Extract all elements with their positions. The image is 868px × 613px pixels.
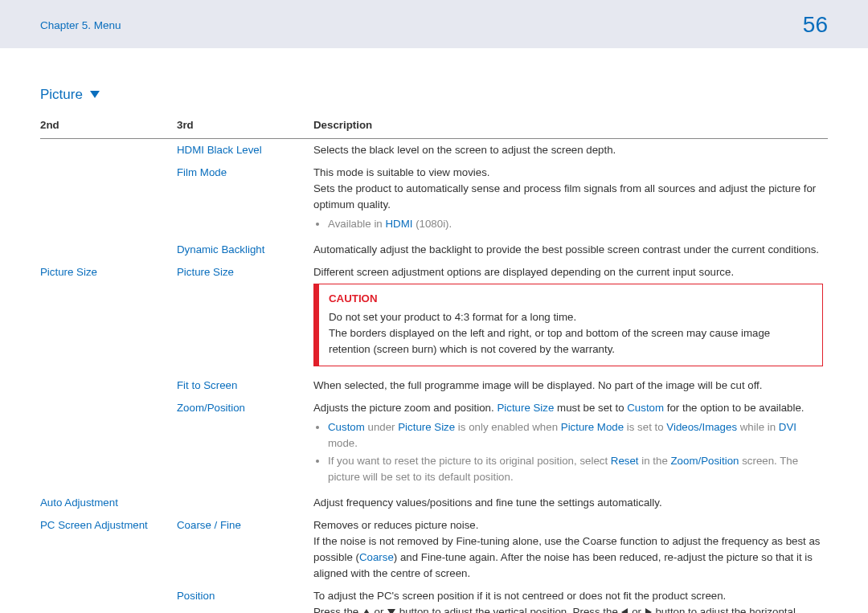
- desc-auto-adjustment: Adjust frequency values/positions and fi…: [313, 492, 828, 514]
- col-description: Description: [313, 114, 828, 138]
- menu-hdmi-black-level[interactable]: HDMI Black Level: [177, 138, 313, 161]
- chevron-down-icon: [90, 91, 100, 98]
- desc-coarse-fine: Removes or reduces picture noise. If the…: [313, 514, 828, 585]
- arrow-down-icon: [387, 609, 395, 613]
- menu-fit-to-screen[interactable]: Fit to Screen: [177, 374, 313, 397]
- desc-hdmi-black-level: Selects the black level on the screen to…: [313, 138, 828, 161]
- menu-position[interactable]: Position: [177, 585, 313, 613]
- menu-auto-adjustment[interactable]: Auto Adjustment: [40, 492, 177, 514]
- row-auto-adjustment: Auto Adjustment Adjust frequency values/…: [40, 492, 828, 514]
- table-header-row: 2nd 3rd Description: [40, 114, 828, 138]
- col-3rd: 3rd: [177, 114, 313, 138]
- caution-box: CAUTION Do not set your product to 4:3 f…: [313, 284, 823, 367]
- arrow-up-icon: [362, 609, 371, 613]
- row-fit-to-screen: Fit to Screen When selected, the full pr…: [40, 374, 828, 397]
- page-header: Chapter 5. Menu 56: [0, 0, 868, 48]
- caution-title: CAUTION: [329, 291, 813, 307]
- row-hdmi-black-level: HDMI Black Level Selects the black level…: [40, 138, 828, 161]
- col-2nd: 2nd: [40, 114, 177, 138]
- menu-table: 2nd 3rd Description HDMI Black Level Sel…: [40, 114, 828, 613]
- caution-line-1: Do not set your product to 4:3 format fo…: [329, 309, 813, 325]
- section-title-picture[interactable]: Picture: [40, 87, 828, 103]
- arrow-right-icon: [645, 608, 652, 613]
- desc-zoom-position: Adjusts the picture zoom and position. P…: [313, 397, 828, 492]
- desc-dynamic-backlight: Automatically adjust the backlight to pr…: [313, 239, 828, 261]
- menu-film-mode[interactable]: Film Mode: [177, 161, 313, 239]
- note-zoom-1: Custom under Picture Size is only enable…: [328, 419, 823, 452]
- menu-zoom-position[interactable]: Zoom/Position: [177, 397, 313, 492]
- menu-dynamic-backlight[interactable]: Dynamic Backlight: [177, 239, 313, 261]
- menu-group-picture-size[interactable]: Picture Size: [40, 261, 177, 375]
- menu-picture-size[interactable]: Picture Size: [177, 261, 313, 375]
- desc-film-mode: This mode is suitable to view movies. Se…: [313, 161, 828, 239]
- desc-position: To adjust the PC's screen position if it…: [313, 585, 828, 613]
- note-film-mode: Available in HDMI (1080i).: [328, 216, 823, 232]
- row-coarse-fine: PC Screen Adjustment Coarse / Fine Remov…: [40, 514, 828, 585]
- page-number: 56: [803, 12, 828, 38]
- row-zoom-position: Zoom/Position Adjusts the picture zoom a…: [40, 397, 828, 492]
- menu-coarse-fine[interactable]: Coarse / Fine: [177, 514, 313, 585]
- row-position: Position To adjust the PC's screen posit…: [40, 585, 828, 613]
- desc-fit-to-screen: When selected, the full programme image …: [313, 374, 828, 397]
- row-picture-size: Picture Size Picture Size Different scre…: [40, 261, 828, 375]
- arrow-left-icon: [621, 608, 628, 613]
- row-film-mode: Film Mode This mode is suitable to view …: [40, 161, 828, 239]
- row-dynamic-backlight: Dynamic Backlight Automatically adjust t…: [40, 239, 828, 261]
- chapter-label: Chapter 5. Menu: [40, 19, 121, 31]
- page-content: Picture 2nd 3rd Description HDMI Black L…: [0, 48, 868, 613]
- note-zoom-2: If you want to reset the picture to its …: [328, 453, 823, 485]
- desc-picture-size: Different screen adjustment options are …: [313, 261, 828, 375]
- section-title-text: Picture: [40, 87, 83, 102]
- menu-pc-screen-adjustment[interactable]: PC Screen Adjustment: [40, 514, 177, 585]
- caution-line-2: The borders displayed on the left and ri…: [329, 325, 813, 358]
